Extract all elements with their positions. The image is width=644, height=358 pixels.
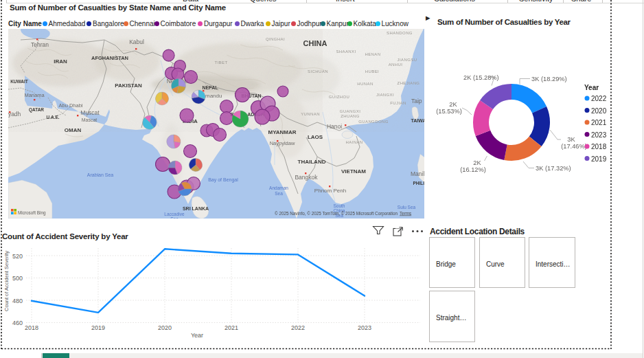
- svg-text:(15.53%): (15.53%): [436, 108, 462, 115]
- svg-text:2022: 2022: [291, 324, 305, 331]
- svg-text:Sea: Sea: [170, 216, 179, 219]
- svg-text:Manil: Manil: [411, 170, 424, 177]
- svg-text:(16.12%): (16.12%): [460, 166, 486, 173]
- svg-text:YUNNAN: YUNNAN: [301, 112, 320, 116]
- svg-text:LAOS: LAOS: [308, 134, 323, 140]
- svg-text:SICHUAN: SICHUAN: [308, 69, 328, 74]
- svg-text:460: 460: [12, 320, 23, 326]
- svg-text:South: South: [334, 203, 345, 208]
- svg-text:500: 500: [12, 275, 23, 282]
- svg-text:TIBET: TIBET: [214, 60, 227, 65]
- svg-text:Andaman: Andaman: [269, 186, 288, 190]
- svg-text:ZHUANG: ZHUANG: [341, 114, 360, 118]
- svg-text:2023: 2023: [358, 324, 371, 331]
- svg-text:2022: 2022: [591, 95, 607, 102]
- svg-text:GUANGXI: GUANGXI: [340, 109, 360, 113]
- svg-text:OMAN: OMAN: [65, 127, 82, 133]
- svg-text:HENAN: HENAN: [365, 52, 380, 56]
- svg-text:IRAN: IRAN: [54, 58, 67, 65]
- svg-text:3K: 3K: [567, 136, 575, 143]
- svg-text:2018: 2018: [25, 324, 38, 331]
- svg-text:Sea: Sea: [275, 191, 283, 196]
- svg-text:HAINAN: HAINAN: [345, 140, 363, 144]
- svg-text:(17.46%): (17.46%): [561, 143, 587, 150]
- svg-text:THAILAND: THAILAND: [298, 159, 326, 165]
- svg-text:Muscat: Muscat: [80, 109, 100, 116]
- svg-text:Kabul: Kabul: [129, 38, 144, 45]
- svg-text:JIANGXI: JIANGXI: [376, 93, 394, 97]
- svg-text:ZHEJIANG: ZHEJIANG: [398, 81, 420, 85]
- svg-text:3K (18.29%): 3K (18.29%): [531, 76, 567, 82]
- svg-text:HUBEI: HUBEI: [365, 69, 379, 74]
- svg-text:AFGHANISTAN: AFGHANISTAN: [91, 55, 128, 61]
- svg-text:2K (15.28%): 2K (15.28%): [463, 74, 499, 81]
- svg-text:Bangkok: Bangkok: [295, 174, 318, 181]
- svg-text:FUJIAN: FUJIAN: [390, 101, 406, 105]
- svg-text:Manama: Manama: [24, 92, 45, 98]
- svg-text:Microsoft Bing: Microsoft Bing: [18, 210, 46, 216]
- svg-text:2019: 2019: [591, 155, 607, 163]
- svg-text:Phnom Penh: Phnom Penh: [314, 188, 346, 194]
- svg-text:Tehran: Tehran: [31, 41, 49, 48]
- svg-text:2019: 2019: [91, 324, 105, 331]
- svg-text:MYANMAR: MYANMAR: [268, 129, 296, 135]
- svg-text:© 2025 NavInfo, © 2025 TomTom,: © 2025 NavInfo, © 2025 TomTom, © 2025 Mi…: [275, 211, 398, 216]
- svg-text:KUWAIT: KUWAIT: [10, 79, 28, 84]
- svg-text:Count of Accident Severity: Count of Accident Severity: [3, 251, 10, 311]
- svg-text:Sulu Sea: Sulu Sea: [398, 205, 416, 210]
- svg-text:Abu Dhabi: Abu Dhabi: [58, 102, 82, 109]
- svg-text:NEPAL: NEPAL: [202, 85, 218, 90]
- svg-text:2023: 2023: [591, 131, 607, 139]
- svg-text:Arabian Sea: Arabian Sea: [87, 172, 114, 177]
- svg-text:Mascat: Mascat: [82, 118, 97, 122]
- svg-text:2K: 2K: [449, 101, 457, 108]
- svg-text:Year: Year: [584, 84, 599, 91]
- svg-text:2020: 2020: [591, 107, 607, 115]
- svg-text:2021: 2021: [225, 324, 238, 331]
- svg-text:Bay of Bengal: Bay of Bengal: [208, 177, 238, 183]
- svg-text:PAKISTAN: PAKISTAN: [115, 82, 142, 89]
- svg-text:3K (17.32%): 3K (17.32%): [536, 165, 571, 172]
- svg-text:CHINA: CHINA: [303, 39, 327, 47]
- svg-text:U.A.E.: U.A.E.: [46, 115, 59, 120]
- svg-text:Terms: Terms: [400, 211, 411, 216]
- svg-text:TAIWAN: TAIWAN: [411, 118, 424, 123]
- svg-text:ANHUI: ANHUI: [389, 63, 403, 67]
- svg-text:Naypyidaw: Naypyidaw: [270, 140, 295, 146]
- svg-text:SHAANXI: SHAANXI: [336, 49, 356, 54]
- svg-text:PHILIP: PHILIP: [413, 181, 424, 186]
- svg-text:QINGHAI: QINGHAI: [266, 37, 285, 41]
- svg-text:520: 520: [12, 253, 23, 260]
- svg-text:Hanoi: Hanoi: [327, 123, 342, 130]
- svg-text:VIETNAM: VIETNAM: [341, 168, 366, 175]
- svg-text:480: 480: [12, 298, 23, 304]
- svg-text:2K: 2K: [473, 159, 481, 166]
- svg-text:Laccadive: Laccadive: [164, 212, 185, 216]
- svg-text:Year: Year: [191, 332, 203, 339]
- svg-text:SRI LANKA: SRI LANKA: [183, 206, 209, 211]
- svg-text:2021: 2021: [591, 119, 607, 126]
- svg-text:2018: 2018: [591, 143, 607, 150]
- svg-text:SHANDONG: SHANDONG: [387, 31, 413, 35]
- svg-text:GUANGDONG: GUANGDONG: [358, 120, 389, 124]
- svg-text:GUIZHOU: GUIZHOU: [329, 95, 349, 99]
- svg-text:Taip: Taip: [411, 98, 422, 104]
- svg-text:QATAR: QATAR: [29, 107, 44, 113]
- svg-text:2020: 2020: [158, 324, 172, 331]
- svg-text:JIANGSU: JIANGSU: [398, 58, 417, 62]
- svg-text:HUNAN: HUNAN: [357, 82, 373, 86]
